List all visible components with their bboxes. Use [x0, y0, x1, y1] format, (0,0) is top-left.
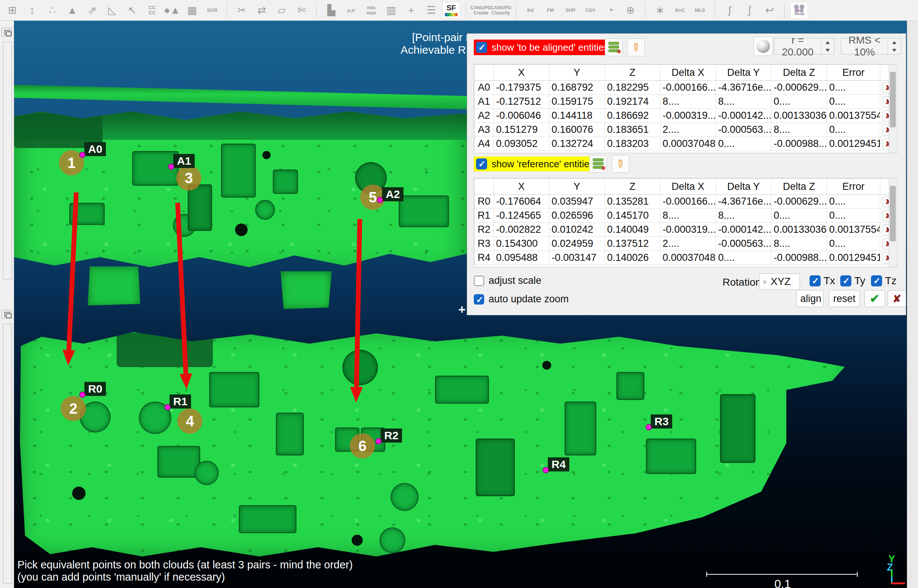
globe-projection-button[interactable]: ⊕: [622, 2, 639, 19]
clone-cloud-button[interactable]: ⊞: [3, 2, 21, 19]
segment-tool-button[interactable]: ✄: [293, 2, 310, 19]
value-cell[interactable]: -0.003147: [550, 251, 605, 265]
active-scalar-field-button[interactable]: SF: [442, 2, 460, 19]
scissors-cut-button[interactable]: ✂: [233, 2, 251, 19]
value-cell[interactable]: -0.000319...: [660, 109, 716, 123]
add-sf-button[interactable]: +: [402, 2, 420, 19]
restore-dock-button[interactable]: [2, 310, 12, 318]
cloud-cloud-distance-button[interactable]: CC CC: [143, 2, 161, 19]
value-cell[interactable]: 0....: [716, 137, 771, 151]
value-cell[interactable]: -4.36716e...: [716, 81, 771, 95]
row-header[interactable]: A1: [475, 95, 494, 109]
plugin-puzzle-button[interactable]: ∗: [651, 2, 669, 19]
column-header[interactable]: Z: [605, 179, 660, 195]
value-cell[interactable]: 8....: [716, 209, 771, 223]
value-cell[interactable]: 0.00037048: [660, 137, 716, 151]
value-cell[interactable]: -0.000166...: [660, 81, 716, 95]
row-header[interactable]: A4: [475, 137, 494, 151]
value-cell[interactable]: 0.135281: [605, 195, 660, 209]
tx-option[interactable]: Tx: [810, 275, 835, 287]
point-row-R4[interactable]: R40.095488-0.0031470.1400260.000370480..…: [475, 251, 897, 265]
point-row-A1[interactable]: A1-0.1275120.1591750.1921748....8....0..…: [475, 95, 897, 109]
value-cell[interactable]: 0....: [827, 123, 880, 137]
value-cell[interactable]: 0.192174: [605, 95, 660, 109]
mls-smoothing-button[interactable]: MLS: [691, 2, 709, 19]
value-cell[interactable]: 0.159175: [550, 95, 605, 109]
column-header[interactable]: Delta Z: [771, 65, 827, 81]
column-header[interactable]: Delta X: [660, 179, 716, 195]
csv-file-button[interactable]: CSV: [582, 2, 599, 19]
value-cell[interactable]: 0.093052: [494, 137, 550, 151]
row-header[interactable]: R4: [475, 251, 494, 265]
spin-up-icon[interactable]: [888, 39, 900, 46]
row-header[interactable]: R0: [475, 195, 494, 209]
column-header[interactable]: Delta Y: [716, 179, 771, 195]
value-cell[interactable]: 0.00133036: [771, 109, 827, 123]
spin-up-icon[interactable]: [821, 39, 834, 46]
gaussian-filter-button[interactable]: μ,σ: [343, 2, 360, 19]
column-header[interactable]: X: [494, 65, 550, 81]
sample-points-on-mesh-button[interactable]: ▲: [63, 2, 81, 19]
value-cell[interactable]: -0.006046: [494, 109, 550, 123]
table-scrollbar[interactable]: [889, 65, 897, 153]
row-header[interactable]: R2: [475, 223, 494, 237]
value-cell[interactable]: 8....: [771, 237, 827, 251]
checkbox-checked-icon[interactable]: [840, 275, 852, 286]
value-cell[interactable]: 0....: [771, 209, 827, 223]
checkbox-checked-icon[interactable]: [810, 275, 821, 286]
sphere-sectors-button[interactable]: ◔: [601, 2, 619, 19]
column-header[interactable]: X: [494, 179, 550, 195]
point-row-R1[interactable]: R1-0.1245650.0265960.1451708....8....0..…: [475, 209, 897, 223]
kd-tree-button[interactable]: Kd: [522, 2, 539, 19]
column-header[interactable]: Error: [827, 179, 880, 195]
align-button[interactable]: align: [796, 290, 824, 307]
restore-dock-button[interactable]: [2, 28, 12, 37]
column-header[interactable]: Delta Y: [716, 65, 771, 81]
value-cell[interactable]: 0.00137554: [827, 223, 880, 237]
point-row-R0[interactable]: R0-0.1760640.0359470.135281-0.000166...-…: [475, 195, 897, 209]
histogram-button[interactable]: ▙: [322, 2, 340, 19]
unroll-button[interactable]: ↕: [23, 2, 41, 19]
value-cell[interactable]: -0.000563...: [716, 237, 771, 251]
collapsed-dock-panel[interactable]: [3, 324, 12, 583]
value-cell[interactable]: 8....: [660, 95, 716, 109]
canupo-create-button[interactable]: CANUPO Create: [472, 2, 490, 19]
value-cell[interactable]: -0.179375: [494, 81, 550, 95]
spline-sample-button[interactable]: ∫: [741, 2, 758, 19]
value-cell[interactable]: 0.035947: [550, 195, 605, 209]
value-cell[interactable]: 0.00129451: [827, 251, 880, 265]
delaunay-mesh-button[interactable]: ◺: [103, 2, 121, 19]
rms-threshold-spinbox[interactable]: RMS < 10%: [841, 38, 901, 54]
value-cell[interactable]: 0.095488: [494, 251, 550, 265]
value-cell[interactable]: 0.186692: [605, 109, 660, 123]
column-header[interactable]: Delta Z: [771, 179, 827, 195]
table-scrollbar[interactable]: [889, 178, 897, 267]
normals-curvature-button[interactable]: N+C: [671, 2, 689, 19]
row-header[interactable]: A2: [475, 109, 494, 123]
checkbox-checked-icon[interactable]: [474, 294, 484, 305]
collapsed-dock-panel[interactable]: [3, 42, 12, 279]
rotation-dropdown[interactable]: ∨ XYZ: [759, 273, 800, 290]
fast-marching-button[interactable]: FM: [541, 2, 559, 19]
point-row-A0[interactable]: A0-0.1793750.1687920.182295-0.000166...-…: [475, 81, 897, 95]
value-cell[interactable]: 0.137512: [605, 237, 660, 251]
value-cell[interactable]: -0.124565: [494, 209, 550, 223]
value-cell[interactable]: -0.000629...: [771, 81, 827, 95]
sf-arithmetic-button[interactable]: ☰: [422, 2, 440, 19]
checkbox-checked-icon[interactable]: [476, 158, 487, 170]
value-cell[interactable]: 2....: [660, 123, 716, 137]
value-cell[interactable]: 0.140049: [605, 223, 660, 237]
value-cell[interactable]: 0.154300: [494, 237, 550, 251]
point-row-A3[interactable]: A30.1512790.1600760.1836512....-0.000563…: [475, 123, 897, 137]
filter-by-value-button[interactable]: ▥: [382, 2, 400, 19]
auto-update-zoom-option[interactable]: auto update zoom: [474, 294, 569, 305]
point-row-A4[interactable]: A40.0930520.1327240.1832030.000370480...…: [475, 137, 897, 151]
value-cell[interactable]: 0.00137554: [827, 109, 880, 123]
pick-from-db-button[interactable]: [589, 155, 607, 173]
row-header[interactable]: R1: [475, 209, 494, 223]
column-header[interactable]: Y: [550, 65, 605, 81]
value-cell[interactable]: -0.127512: [494, 95, 550, 109]
value-cell[interactable]: -0.000988...: [771, 137, 827, 151]
pick-from-db-button[interactable]: [605, 39, 622, 56]
adjust-scale-option[interactable]: adjust scale: [474, 275, 541, 286]
